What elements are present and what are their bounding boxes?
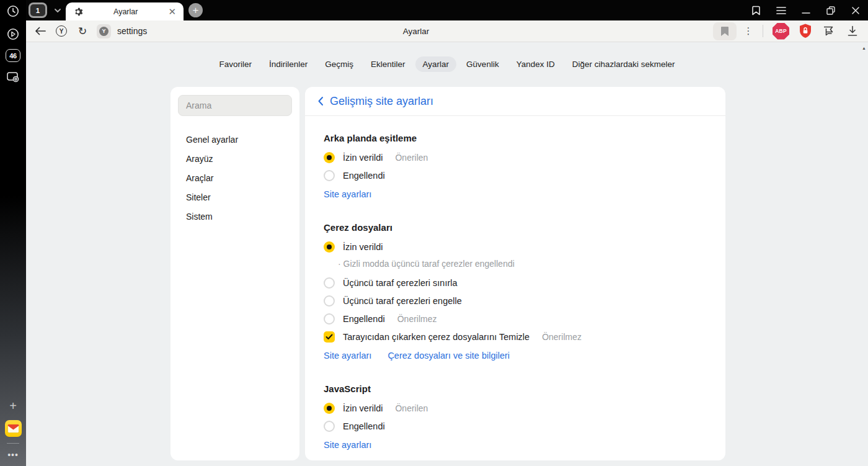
radio-option-row[interactable]: Engellendi bbox=[324, 169, 707, 182]
settings-sidebar-list: Genel ayarlar Arayüz Araçlar Siteler Sis… bbox=[170, 130, 299, 226]
refresh-icon[interactable]: ↻ bbox=[72, 22, 93, 40]
sidebar-item-arayuz[interactable]: Arayüz bbox=[170, 149, 299, 168]
new-tab-button[interactable]: + bbox=[188, 3, 203, 17]
site-settings-link[interactable]: Site ayarları bbox=[324, 440, 371, 450]
rail-more-icon[interactable]: ••• bbox=[7, 450, 19, 460]
radio-unchecked-icon[interactable] bbox=[324, 170, 335, 181]
site-settings-link[interactable]: Site ayarları bbox=[324, 351, 371, 361]
section-background-sync: Arka planda eşitleme İzin verildi Öneril… bbox=[324, 133, 707, 199]
section-title: JavaScript bbox=[324, 383, 707, 394]
tab-count-badge[interactable]: 46 bbox=[6, 49, 20, 62]
address-text[interactable]: settings bbox=[117, 26, 147, 36]
window-restore-button[interactable] bbox=[818, 0, 843, 20]
gear-icon bbox=[73, 7, 83, 17]
nav-tab-ayarlar[interactable]: Ayarlar bbox=[415, 56, 457, 72]
bookmark-flag-icon[interactable] bbox=[713, 22, 737, 40]
sidebar-item-sistem[interactable]: Sistem bbox=[170, 207, 299, 226]
not-recommended-badge: Önerilmez bbox=[542, 332, 582, 342]
site-settings-link[interactable]: Site ayarları bbox=[324, 189, 371, 199]
radio-option-row[interactable]: İzin verildi Önerilen bbox=[324, 402, 707, 414]
window-close-button[interactable] bbox=[843, 0, 868, 20]
radio-unchecked-icon[interactable] bbox=[324, 295, 335, 307]
nav-tab-indirilenler[interactable]: İndirilenler bbox=[262, 56, 315, 72]
flag-banner-icon[interactable] bbox=[817, 22, 841, 40]
screenshot-icon[interactable] bbox=[5, 69, 21, 85]
radio-option-row[interactable]: Engellendi Önerilmez bbox=[324, 313, 707, 325]
window-minimize-button[interactable] bbox=[794, 0, 818, 20]
yandex-mail-icon[interactable] bbox=[5, 420, 22, 437]
radio-unchecked-icon[interactable] bbox=[324, 313, 335, 325]
active-tabs-counter[interactable]: 1 bbox=[29, 2, 47, 18]
section-javascript: JavaScript İzin verildi Önerilen Engelle… bbox=[324, 383, 707, 450]
tab-bar: 1 Ayarlar ✕ + bbox=[26, 0, 868, 20]
sidebar-item-genel-ayarlar[interactable]: Genel ayarlar bbox=[170, 130, 299, 149]
checkbox-option-row[interactable]: Tarayıcıdan çıkarken çerez dosyalarını T… bbox=[324, 331, 707, 343]
scrollbar-up-icon[interactable]: ▲ bbox=[862, 46, 866, 50]
settings-top-nav: Favoriler İndirilenler Geçmiş Eklentiler… bbox=[26, 56, 868, 72]
sidebar-item-siteler[interactable]: Siteler bbox=[170, 187, 299, 207]
radio-unchecked-icon[interactable] bbox=[324, 277, 335, 289]
nav-tab-yandex-id[interactable]: Yandex ID bbox=[509, 56, 562, 72]
section-cookies: Çerez dosyaları İzin verildi · Gizli mod… bbox=[324, 222, 707, 361]
cookies-and-site-data-link[interactable]: Çerez dosyaları ve site bilgileri bbox=[388, 351, 510, 361]
omnibox-page-title: Ayarlar bbox=[93, 27, 739, 36]
kebab-menu-icon[interactable]: ⋮ bbox=[739, 25, 758, 37]
radio-unchecked-icon[interactable] bbox=[324, 421, 335, 432]
abp-extension-badge[interactable]: ABP bbox=[773, 23, 789, 40]
cookies-incognito-note: · Gizli modda üçüncü taraf çerezler enge… bbox=[338, 259, 707, 269]
radio-option-row[interactable]: Engellendi bbox=[324, 420, 707, 432]
toolbar-divider bbox=[763, 25, 763, 37]
add-widget-icon[interactable]: + bbox=[5, 398, 21, 414]
not-recommended-badge: Önerilmez bbox=[397, 314, 437, 324]
settings-search-input[interactable] bbox=[178, 95, 292, 116]
address-bar[interactable]: Y settings Ayarlar bbox=[93, 20, 739, 42]
radio-checked-icon[interactable] bbox=[324, 152, 335, 163]
history-clock-icon[interactable] bbox=[5, 3, 21, 19]
side-panel-toggle-icon[interactable] bbox=[744, 0, 769, 20]
browser-tab-settings[interactable]: Ayarlar ✕ bbox=[66, 2, 184, 20]
section-title: Çerez dosyaları bbox=[324, 222, 707, 233]
protect-shield-icon[interactable] bbox=[794, 22, 817, 40]
recommended-badge: Önerilen bbox=[395, 153, 428, 163]
sidebar-item-araclar[interactable]: Araçlar bbox=[170, 168, 299, 187]
page-section-title: Gelişmiş site ayarları bbox=[330, 95, 433, 108]
nav-tab-gecmis[interactable]: Geçmiş bbox=[317, 56, 361, 72]
tab-close-icon[interactable]: ✕ bbox=[168, 7, 176, 16]
nav-tab-eklentiler[interactable]: Eklentiler bbox=[363, 56, 413, 72]
advanced-site-settings-header[interactable]: Gelişmiş site ayarları bbox=[305, 87, 725, 116]
rail-divider bbox=[7, 443, 19, 444]
settings-page: ▲ Favoriler İndirilenler Geçmiş Eklentil… bbox=[26, 43, 868, 466]
nav-tab-favoriler[interactable]: Favoriler bbox=[211, 56, 259, 72]
settings-sidebar-card: Genel ayarlar Arayüz Araçlar Siteler Sis… bbox=[170, 87, 299, 460]
settings-main-card: Gelişmiş site ayarları Arka planda eşitl… bbox=[305, 87, 725, 460]
download-icon[interactable] bbox=[841, 22, 864, 40]
video-play-icon[interactable] bbox=[5, 26, 21, 42]
back-icon[interactable] bbox=[30, 22, 51, 40]
browser-toolbar: Y ↻ Y settings Ayarlar ⋮ ABP bbox=[26, 20, 868, 42]
nav-tab-guvenlik[interactable]: Güvenlik bbox=[459, 56, 507, 72]
back-chevron-icon[interactable] bbox=[317, 96, 324, 106]
nav-tab-diger-cihazlar[interactable]: Diğer cihazlardaki sekmeler bbox=[565, 56, 683, 72]
checkbox-checked-icon[interactable] bbox=[324, 331, 335, 343]
site-favicon: Y bbox=[97, 24, 111, 38]
radio-option-row[interactable]: İzin verildi bbox=[324, 241, 707, 253]
radio-checked-icon[interactable] bbox=[324, 403, 335, 414]
browser-side-rail: 46 + ••• bbox=[0, 0, 26, 466]
tab-title: Ayarlar bbox=[83, 7, 168, 16]
radio-option-row[interactable]: Üçüncü taraf çerezleri engelle bbox=[324, 295, 707, 307]
radio-option-row[interactable]: İzin verildi Önerilen bbox=[324, 151, 707, 164]
yandex-home-icon[interactable]: Y bbox=[51, 22, 72, 40]
radio-checked-icon[interactable] bbox=[324, 241, 335, 253]
section-title: Arka planda eşitleme bbox=[324, 133, 707, 143]
recommended-badge: Önerilen bbox=[395, 403, 428, 413]
radio-option-row[interactable]: Üçüncü taraf çerezleri sınırla bbox=[324, 277, 707, 289]
menu-hamburger-icon[interactable] bbox=[769, 0, 794, 20]
tabs-dropdown-chevron-icon[interactable] bbox=[53, 6, 63, 16]
